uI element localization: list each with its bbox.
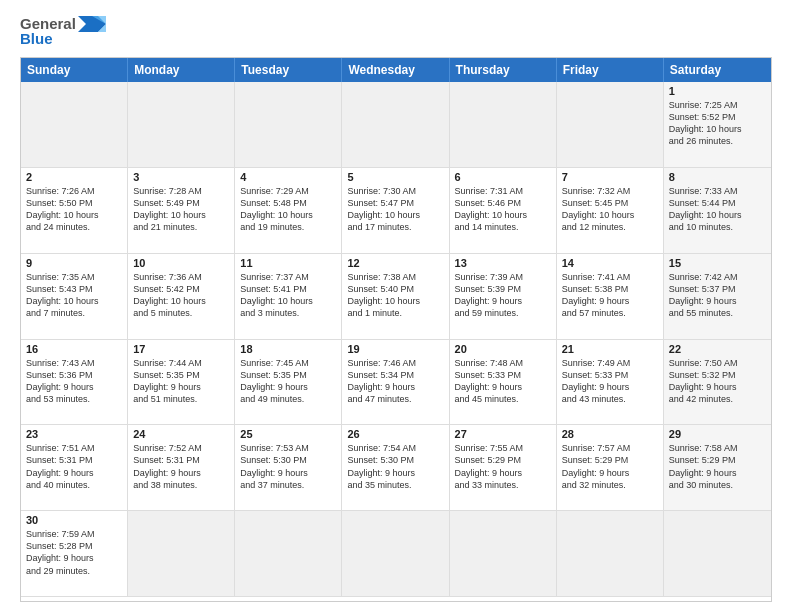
calendar-day: 8Sunrise: 7:33 AM Sunset: 5:44 PM Daylig… [664,168,771,254]
day-number: 22 [669,343,766,355]
day-info: Sunrise: 7:42 AM Sunset: 5:37 PM Dayligh… [669,271,766,320]
day-info: Sunrise: 7:31 AM Sunset: 5:46 PM Dayligh… [455,185,551,234]
day-info: Sunrise: 7:50 AM Sunset: 5:32 PM Dayligh… [669,357,766,406]
day-info: Sunrise: 7:59 AM Sunset: 5:28 PM Dayligh… [26,528,122,577]
calendar-empty [235,82,342,168]
calendar-day: 12Sunrise: 7:38 AM Sunset: 5:40 PM Dayli… [342,254,449,340]
day-number: 28 [562,428,658,440]
logo-container: General Blue [20,16,106,47]
day-number: 8 [669,171,766,183]
day-number: 14 [562,257,658,269]
calendar-empty [128,511,235,597]
calendar-day: 22Sunrise: 7:50 AM Sunset: 5:32 PM Dayli… [664,340,771,426]
day-number: 3 [133,171,229,183]
day-info: Sunrise: 7:51 AM Sunset: 5:31 PM Dayligh… [26,442,122,491]
calendar-day: 21Sunrise: 7:49 AM Sunset: 5:33 PM Dayli… [557,340,664,426]
calendar-day: 3Sunrise: 7:28 AM Sunset: 5:49 PM Daylig… [128,168,235,254]
calendar-day: 6Sunrise: 7:31 AM Sunset: 5:46 PM Daylig… [450,168,557,254]
weekday-header: Wednesday [342,58,449,82]
calendar-day: 30Sunrise: 7:59 AM Sunset: 5:28 PM Dayli… [21,511,128,597]
day-info: Sunrise: 7:48 AM Sunset: 5:33 PM Dayligh… [455,357,551,406]
calendar-day: 27Sunrise: 7:55 AM Sunset: 5:29 PM Dayli… [450,425,557,511]
calendar-day: 24Sunrise: 7:52 AM Sunset: 5:31 PM Dayli… [128,425,235,511]
calendar-day: 9Sunrise: 7:35 AM Sunset: 5:43 PM Daylig… [21,254,128,340]
day-number: 13 [455,257,551,269]
calendar-day: 7Sunrise: 7:32 AM Sunset: 5:45 PM Daylig… [557,168,664,254]
calendar-day: 20Sunrise: 7:48 AM Sunset: 5:33 PM Dayli… [450,340,557,426]
weekday-header: Monday [128,58,235,82]
day-number: 11 [240,257,336,269]
day-number: 7 [562,171,658,183]
day-number: 23 [26,428,122,440]
day-info: Sunrise: 7:53 AM Sunset: 5:30 PM Dayligh… [240,442,336,491]
calendar-empty [557,511,664,597]
day-number: 4 [240,171,336,183]
day-info: Sunrise: 7:29 AM Sunset: 5:48 PM Dayligh… [240,185,336,234]
day-number: 21 [562,343,658,355]
day-number: 25 [240,428,336,440]
day-number: 9 [26,257,122,269]
logo: General Blue [20,16,106,47]
day-info: Sunrise: 7:44 AM Sunset: 5:35 PM Dayligh… [133,357,229,406]
day-info: Sunrise: 7:35 AM Sunset: 5:43 PM Dayligh… [26,271,122,320]
calendar-day: 1Sunrise: 7:25 AM Sunset: 5:52 PM Daylig… [664,82,771,168]
calendar-day: 14Sunrise: 7:41 AM Sunset: 5:38 PM Dayli… [557,254,664,340]
weekday-header: Sunday [21,58,128,82]
day-info: Sunrise: 7:52 AM Sunset: 5:31 PM Dayligh… [133,442,229,491]
calendar-body: 1Sunrise: 7:25 AM Sunset: 5:52 PM Daylig… [21,82,771,597]
day-number: 10 [133,257,229,269]
day-number: 26 [347,428,443,440]
page: General Blue SundayMondayTuesdayWednesda… [0,0,792,612]
calendar-day: 28Sunrise: 7:57 AM Sunset: 5:29 PM Dayli… [557,425,664,511]
calendar-day: 18Sunrise: 7:45 AM Sunset: 5:35 PM Dayli… [235,340,342,426]
day-info: Sunrise: 7:54 AM Sunset: 5:30 PM Dayligh… [347,442,443,491]
weekday-header: Saturday [664,58,771,82]
day-info: Sunrise: 7:30 AM Sunset: 5:47 PM Dayligh… [347,185,443,234]
calendar-day: 25Sunrise: 7:53 AM Sunset: 5:30 PM Dayli… [235,425,342,511]
calendar-day: 15Sunrise: 7:42 AM Sunset: 5:37 PM Dayli… [664,254,771,340]
day-info: Sunrise: 7:38 AM Sunset: 5:40 PM Dayligh… [347,271,443,320]
day-number: 1 [669,85,766,97]
calendar-header: SundayMondayTuesdayWednesdayThursdayFrid… [21,58,771,82]
day-number: 12 [347,257,443,269]
day-info: Sunrise: 7:36 AM Sunset: 5:42 PM Dayligh… [133,271,229,320]
calendar-day: 4Sunrise: 7:29 AM Sunset: 5:48 PM Daylig… [235,168,342,254]
day-info: Sunrise: 7:45 AM Sunset: 5:35 PM Dayligh… [240,357,336,406]
day-info: Sunrise: 7:43 AM Sunset: 5:36 PM Dayligh… [26,357,122,406]
day-info: Sunrise: 7:41 AM Sunset: 5:38 PM Dayligh… [562,271,658,320]
day-number: 16 [26,343,122,355]
calendar-day: 5Sunrise: 7:30 AM Sunset: 5:47 PM Daylig… [342,168,449,254]
day-info: Sunrise: 7:28 AM Sunset: 5:49 PM Dayligh… [133,185,229,234]
calendar: SundayMondayTuesdayWednesdayThursdayFrid… [20,57,772,602]
header: General Blue [20,16,772,47]
day-number: 19 [347,343,443,355]
calendar-day: 23Sunrise: 7:51 AM Sunset: 5:31 PM Dayli… [21,425,128,511]
day-info: Sunrise: 7:32 AM Sunset: 5:45 PM Dayligh… [562,185,658,234]
day-number: 6 [455,171,551,183]
calendar-day: 16Sunrise: 7:43 AM Sunset: 5:36 PM Dayli… [21,340,128,426]
calendar-empty [557,82,664,168]
day-info: Sunrise: 7:58 AM Sunset: 5:29 PM Dayligh… [669,442,766,491]
calendar-day: 11Sunrise: 7:37 AM Sunset: 5:41 PM Dayli… [235,254,342,340]
calendar-empty [21,82,128,168]
calendar-day: 29Sunrise: 7:58 AM Sunset: 5:29 PM Dayli… [664,425,771,511]
day-number: 2 [26,171,122,183]
day-info: Sunrise: 7:33 AM Sunset: 5:44 PM Dayligh… [669,185,766,234]
calendar-empty [664,511,771,597]
day-info: Sunrise: 7:46 AM Sunset: 5:34 PM Dayligh… [347,357,443,406]
calendar-day: 13Sunrise: 7:39 AM Sunset: 5:39 PM Dayli… [450,254,557,340]
calendar-day: 26Sunrise: 7:54 AM Sunset: 5:30 PM Dayli… [342,425,449,511]
day-number: 27 [455,428,551,440]
day-info: Sunrise: 7:55 AM Sunset: 5:29 PM Dayligh… [455,442,551,491]
calendar-day: 2Sunrise: 7:26 AM Sunset: 5:50 PM Daylig… [21,168,128,254]
day-number: 24 [133,428,229,440]
day-number: 5 [347,171,443,183]
calendar-empty [450,82,557,168]
day-info: Sunrise: 7:49 AM Sunset: 5:33 PM Dayligh… [562,357,658,406]
calendar-day: 17Sunrise: 7:44 AM Sunset: 5:35 PM Dayli… [128,340,235,426]
day-number: 17 [133,343,229,355]
weekday-header: Tuesday [235,58,342,82]
day-info: Sunrise: 7:39 AM Sunset: 5:39 PM Dayligh… [455,271,551,320]
calendar-empty [128,82,235,168]
day-info: Sunrise: 7:57 AM Sunset: 5:29 PM Dayligh… [562,442,658,491]
